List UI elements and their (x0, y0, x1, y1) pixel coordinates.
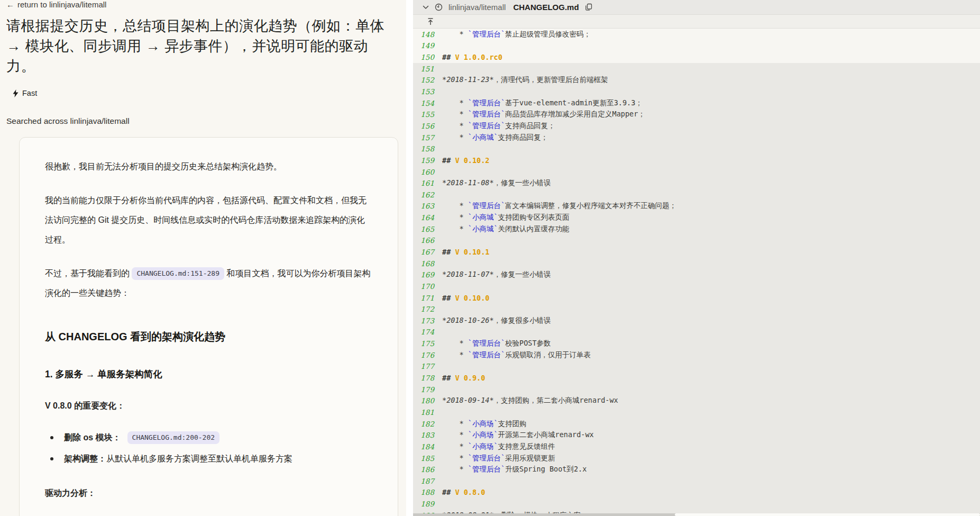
line-content: ## V 0.10.0 (442, 294, 489, 302)
line-number[interactable]: 174 (413, 328, 442, 336)
line-number[interactable]: 186 (413, 465, 442, 474)
line-number[interactable]: 189 (413, 500, 442, 508)
line-number[interactable]: 151 (413, 65, 442, 73)
line-content: ## V 0.8.0 (442, 488, 485, 496)
line-number[interactable]: 163 (413, 202, 442, 210)
line-number[interactable]: 155 (413, 110, 442, 119)
line-content: * `小商城`支持商品回复； (442, 133, 548, 142)
line-number[interactable]: 168 (413, 259, 442, 268)
line-number[interactable]: 172 (413, 305, 442, 313)
code-line: 170 (413, 280, 980, 292)
drivers-label: 驱动力分析： (45, 486, 372, 500)
line-content: *2018-10-26*，修复很多小错误 (442, 316, 551, 325)
line-number[interactable]: 170 (413, 282, 442, 291)
line-number[interactable]: 178 (413, 374, 442, 382)
line-number[interactable]: 171 (413, 294, 442, 302)
code-line: 188## V 0.8.0 (413, 487, 980, 499)
line-number[interactable]: 153 (413, 87, 442, 96)
line-number[interactable]: 162 (413, 191, 442, 199)
file-citation-pill[interactable]: CHANGELOG.md:200-202 (127, 431, 220, 444)
line-number[interactable]: 148 (413, 30, 442, 39)
version-token: V 1.0.0.rc0 (455, 53, 502, 61)
inline-code-span: `管理后台` (468, 465, 505, 473)
line-number[interactable]: 177 (413, 362, 442, 370)
line-number[interactable]: 181 (413, 408, 442, 417)
line-number[interactable]: 169 (413, 270, 442, 279)
line-number[interactable]: 154 (413, 99, 442, 107)
answer-paragraph: 不过，基于我能看到的 CHANGELOG.md:151-289 和项目文档，我可… (45, 264, 372, 303)
line-number[interactable]: 175 (413, 339, 442, 348)
file-citation-pill[interactable]: CHANGELOG.md:151-289 (132, 267, 224, 280)
chevron-down-icon[interactable] (423, 5, 429, 10)
version-token: V 0.8.0 (455, 488, 485, 496)
line-number[interactable]: 164 (413, 213, 442, 222)
inline-code-span: `管理后台` (468, 30, 505, 38)
history-clock-icon[interactable] (435, 3, 443, 11)
line-number[interactable]: 188 (413, 488, 442, 496)
line-number[interactable]: 160 (413, 168, 442, 176)
version-token: V 0.9.0 (455, 374, 485, 382)
code-text: * (442, 339, 468, 347)
line-content: *2018-11-23*，清理代码，更新管理后台前端框架 (442, 75, 608, 85)
answer-text: 不过，基于我能看到的 (45, 269, 132, 278)
code-text: 基于vue-element-admin更新至3.9.3； (505, 98, 643, 107)
line-number[interactable]: 180 (413, 396, 442, 405)
line-content: * `小商场`开源第二套小商城renard-wx (442, 430, 594, 440)
line-number[interactable]: 187 (413, 477, 442, 485)
line-number[interactable]: 183 (413, 431, 442, 439)
code-line: 183 * `小商场`开源第二套小商城renard-wx (413, 429, 980, 441)
line-number[interactable]: 149 (413, 41, 442, 50)
line-number[interactable]: 166 (413, 236, 442, 245)
fast-mode-label: Fast (22, 89, 37, 97)
code-text: *2018-11-08* (442, 178, 494, 187)
inline-code-span: `管理后台` (468, 110, 505, 118)
code-text: * (442, 201, 468, 210)
line-number[interactable]: 158 (413, 144, 442, 153)
code-text: *2018-10-26* (442, 316, 494, 324)
return-link[interactable]: ← return to linlinjava/litemall (6, 0, 106, 9)
line-content: * `小商场`支持意见反馈组件 (442, 442, 555, 451)
code-viewer-panel: linlinjava/litemall CHANGELOG.md 148 * `… (413, 0, 980, 516)
line-number[interactable]: 150 (413, 53, 442, 61)
inline-code-span: `小商场` (468, 442, 498, 450)
line-number[interactable]: 182 (413, 420, 442, 428)
code-line: 176 * `管理后台`乐观锁取消，仅用于订单表 (413, 349, 980, 361)
fast-mode-badge[interactable]: Fast (13, 89, 37, 97)
line-number[interactable]: 173 (413, 316, 442, 325)
code-line: 151 (413, 63, 980, 75)
inline-code-span: `小商场` (468, 430, 498, 439)
line-number[interactable]: 159 (413, 156, 442, 165)
line-content: ## V 0.9.0 (442, 374, 485, 382)
code-line: 169*2018-11-07*，修复一些小错误 (413, 269, 980, 280)
answer-paragraph: 我的当前能力仅限于分析你当前代码库的内容，包括源代码、配置文件和文档，但我无法访… (45, 191, 372, 249)
line-number[interactable]: 165 (413, 225, 442, 233)
horizontal-scrollbar[interactable] (413, 513, 980, 516)
code-text: 关闭默认内置缓存功能 (498, 224, 570, 233)
line-content: * `管理后台`支持商品回复； (442, 121, 555, 131)
code-text: 校验POST参数 (505, 339, 551, 347)
line-number[interactable]: 179 (413, 385, 442, 394)
line-number[interactable]: 167 (413, 248, 442, 256)
inline-code-span: `管理后台` (468, 339, 505, 347)
line-content: * `管理后台`基于vue-element-admin更新至3.9.3； (442, 98, 643, 108)
line-content: *2018-11-07*，修复一些小错误 (442, 270, 551, 279)
line-content: * `管理后台`商品货品库存增加减少采用自定义Mapper； (442, 110, 645, 119)
inline-code-span: `管理后台` (468, 121, 505, 130)
search-status[interactable]: Searched across linlinjava/litemall (6, 116, 406, 126)
line-number[interactable]: 152 (413, 76, 442, 84)
copy-icon[interactable] (585, 3, 592, 11)
code-text: * (442, 110, 468, 118)
jump-to-top-icon[interactable] (427, 17, 434, 26)
code-line: 174 (413, 327, 980, 338)
line-number[interactable]: 161 (413, 179, 442, 187)
lightning-icon (13, 89, 19, 97)
line-number[interactable]: 176 (413, 351, 442, 359)
code-text: *2018-11-07* (442, 270, 494, 278)
line-number[interactable]: 156 (413, 122, 442, 130)
line-number[interactable]: 157 (413, 133, 442, 142)
line-number[interactable]: 185 (413, 454, 442, 463)
line-content: * `小商场`支持团购 (442, 419, 527, 429)
line-number[interactable]: 184 (413, 442, 442, 451)
code-line: 178## V 0.9.0 (413, 372, 980, 384)
code-text: ，支持团购，第二套小商城renard-wx (494, 396, 618, 404)
